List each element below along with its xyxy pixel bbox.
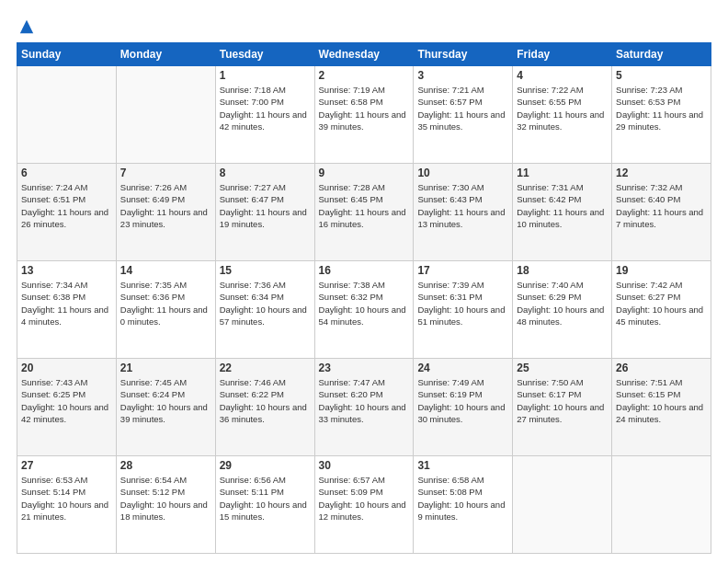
day-number: 20 [21, 362, 112, 374]
day-info: Sunrise: 7:34 AMSunset: 6:38 PMDaylight:… [21, 279, 112, 327]
logo-text [17, 18, 35, 35]
weekday-header-sunday: Sunday [17, 43, 117, 66]
header [17, 15, 711, 33]
calendar-cell: 18Sunrise: 7:40 AMSunset: 6:29 PMDayligh… [513, 261, 612, 359]
day-info: Sunrise: 6:53 AMSunset: 5:14 PMDaylight:… [21, 474, 112, 523]
calendar-table: SundayMondayTuesdayWednesdayThursdayFrid… [17, 42, 711, 554]
day-number: 30 [319, 459, 410, 472]
weekday-header-friday: Friday [513, 43, 612, 66]
day-number: 22 [220, 362, 311, 374]
calendar-cell: 24Sunrise: 7:49 AMSunset: 6:19 PMDayligh… [414, 359, 513, 456]
calendar-cell-empty [17, 66, 117, 164]
day-number: 10 [417, 167, 508, 179]
day-number: 3 [417, 69, 508, 82]
calendar-cell: 23Sunrise: 7:47 AMSunset: 6:20 PMDayligh… [314, 359, 414, 456]
day-info: Sunrise: 7:46 AMSunset: 6:22 PMDaylight:… [220, 376, 311, 425]
day-number: 16 [319, 264, 410, 277]
calendar-cell-empty [612, 456, 711, 554]
day-info: Sunrise: 7:23 AMSunset: 6:53 PMDaylight:… [616, 84, 707, 132]
day-number: 23 [319, 362, 410, 374]
calendar-cell: 25Sunrise: 7:50 AMSunset: 6:17 PMDayligh… [513, 359, 612, 456]
day-info: Sunrise: 6:54 AMSunset: 5:12 PMDaylight:… [120, 474, 211, 523]
day-info: Sunrise: 7:26 AMSunset: 6:49 PMDaylight:… [120, 181, 211, 230]
day-info: Sunrise: 7:31 AMSunset: 6:42 PMDaylight:… [517, 181, 608, 230]
calendar-cell: 2Sunrise: 7:19 AMSunset: 6:58 PMDaylight… [314, 66, 414, 164]
weekday-header-monday: Monday [116, 43, 215, 66]
day-number: 7 [120, 167, 211, 179]
day-info: Sunrise: 7:47 AMSunset: 6:20 PMDaylight:… [319, 376, 410, 425]
calendar-cell: 26Sunrise: 7:51 AMSunset: 6:15 PMDayligh… [612, 359, 711, 456]
day-info: Sunrise: 7:43 AMSunset: 6:25 PMDaylight:… [21, 376, 112, 425]
calendar-cell: 7Sunrise: 7:26 AMSunset: 6:49 PMDaylight… [116, 164, 215, 261]
logo-icon [18, 18, 35, 35]
day-info: Sunrise: 7:32 AMSunset: 6:40 PMDaylight:… [616, 181, 707, 230]
day-info: Sunrise: 7:18 AMSunset: 7:00 PMDaylight:… [220, 84, 311, 132]
svg-marker-0 [20, 20, 33, 33]
weekday-header-thursday: Thursday [414, 43, 513, 66]
page: SundayMondayTuesdayWednesdayThursdayFrid… [0, 0, 728, 563]
day-number: 27 [21, 459, 112, 472]
day-info: Sunrise: 7:21 AMSunset: 6:57 PMDaylight:… [417, 84, 508, 132]
calendar-cell: 17Sunrise: 7:39 AMSunset: 6:31 PMDayligh… [414, 261, 513, 359]
day-number: 31 [417, 459, 508, 472]
calendar-cell: 14Sunrise: 7:35 AMSunset: 6:36 PMDayligh… [116, 261, 215, 359]
day-info: Sunrise: 7:24 AMSunset: 6:51 PMDaylight:… [21, 181, 112, 230]
calendar-cell: 10Sunrise: 7:30 AMSunset: 6:43 PMDayligh… [414, 164, 513, 261]
calendar-cell: 3Sunrise: 7:21 AMSunset: 6:57 PMDaylight… [414, 66, 513, 164]
calendar-header-row: SundayMondayTuesdayWednesdayThursdayFrid… [17, 43, 711, 66]
day-number: 24 [417, 362, 508, 374]
calendar-cell: 5Sunrise: 7:23 AMSunset: 6:53 PMDaylight… [612, 66, 711, 164]
day-number: 15 [220, 264, 311, 277]
day-number: 9 [319, 167, 410, 179]
day-info: Sunrise: 7:19 AMSunset: 6:58 PMDaylight:… [319, 84, 410, 132]
day-number: 4 [517, 69, 608, 82]
calendar-cell: 21Sunrise: 7:45 AMSunset: 6:24 PMDayligh… [116, 359, 215, 456]
day-info: Sunrise: 6:56 AMSunset: 5:11 PMDaylight:… [220, 474, 311, 523]
calendar-cell: 12Sunrise: 7:32 AMSunset: 6:40 PMDayligh… [612, 164, 711, 261]
day-number: 14 [120, 264, 211, 277]
weekday-header-tuesday: Tuesday [215, 43, 314, 66]
day-number: 1 [220, 69, 311, 82]
day-info: Sunrise: 7:38 AMSunset: 6:32 PMDaylight:… [319, 279, 410, 327]
calendar-cell: 4Sunrise: 7:22 AMSunset: 6:55 PMDaylight… [513, 66, 612, 164]
day-info: Sunrise: 7:39 AMSunset: 6:31 PMDaylight:… [417, 279, 508, 327]
day-number: 25 [517, 362, 608, 374]
calendar-cell: 31Sunrise: 6:58 AMSunset: 5:08 PMDayligh… [414, 456, 513, 554]
day-number: 17 [417, 264, 508, 277]
calendar-cell: 8Sunrise: 7:27 AMSunset: 6:47 PMDaylight… [215, 164, 314, 261]
day-info: Sunrise: 7:28 AMSunset: 6:45 PMDaylight:… [319, 181, 410, 230]
day-info: Sunrise: 7:51 AMSunset: 6:15 PMDaylight:… [616, 376, 707, 425]
calendar-cell: 29Sunrise: 6:56 AMSunset: 5:11 PMDayligh… [215, 456, 314, 554]
weekday-header-saturday: Saturday [612, 43, 711, 66]
calendar-cell: 16Sunrise: 7:38 AMSunset: 6:32 PMDayligh… [314, 261, 414, 359]
calendar-cell-empty [513, 456, 612, 554]
calendar-cell: 6Sunrise: 7:24 AMSunset: 6:51 PMDaylight… [17, 164, 117, 261]
calendar-week-5: 27Sunrise: 6:53 AMSunset: 5:14 PMDayligh… [17, 456, 711, 554]
day-info: Sunrise: 7:35 AMSunset: 6:36 PMDaylight:… [120, 279, 211, 327]
day-info: Sunrise: 7:50 AMSunset: 6:17 PMDaylight:… [517, 376, 608, 425]
day-number: 18 [517, 264, 608, 277]
calendar-week-1: 1Sunrise: 7:18 AMSunset: 7:00 PMDaylight… [17, 66, 711, 164]
logo [17, 18, 35, 33]
day-info: Sunrise: 7:22 AMSunset: 6:55 PMDaylight:… [517, 84, 608, 132]
calendar-cell: 22Sunrise: 7:46 AMSunset: 6:22 PMDayligh… [215, 359, 314, 456]
calendar-cell: 11Sunrise: 7:31 AMSunset: 6:42 PMDayligh… [513, 164, 612, 261]
day-number: 29 [220, 459, 311, 472]
day-info: Sunrise: 7:27 AMSunset: 6:47 PMDaylight:… [220, 181, 311, 230]
day-number: 26 [616, 362, 707, 374]
day-number: 28 [120, 459, 211, 472]
day-info: Sunrise: 7:36 AMSunset: 6:34 PMDaylight:… [220, 279, 311, 327]
day-number: 8 [220, 167, 311, 179]
day-number: 11 [517, 167, 608, 179]
day-info: Sunrise: 7:49 AMSunset: 6:19 PMDaylight:… [417, 376, 508, 425]
calendar-cell: 20Sunrise: 7:43 AMSunset: 6:25 PMDayligh… [17, 359, 117, 456]
day-number: 2 [319, 69, 410, 82]
day-number: 5 [616, 69, 707, 82]
day-number: 21 [120, 362, 211, 374]
calendar-cell: 15Sunrise: 7:36 AMSunset: 6:34 PMDayligh… [215, 261, 314, 359]
day-number: 13 [21, 264, 112, 277]
day-info: Sunrise: 7:42 AMSunset: 6:27 PMDaylight:… [616, 279, 707, 327]
day-number: 19 [616, 264, 707, 277]
calendar-cell: 28Sunrise: 6:54 AMSunset: 5:12 PMDayligh… [116, 456, 215, 554]
calendar-cell: 27Sunrise: 6:53 AMSunset: 5:14 PMDayligh… [17, 456, 117, 554]
